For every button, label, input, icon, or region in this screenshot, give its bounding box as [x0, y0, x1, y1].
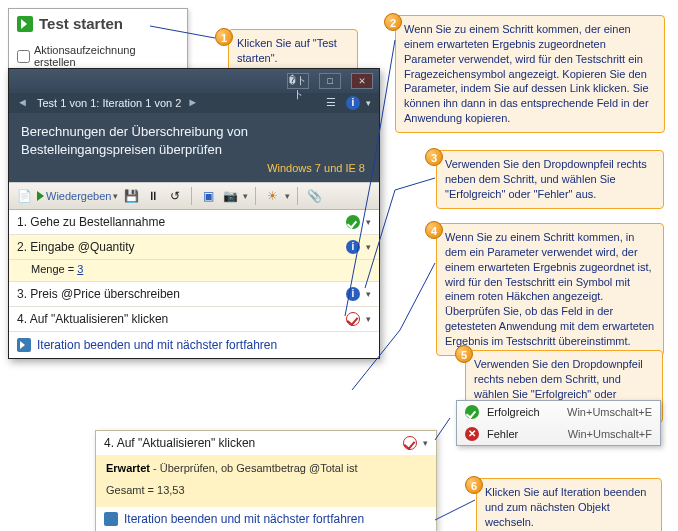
play-button[interactable]: Wiedergeben ▾ [37, 190, 118, 202]
expected-value-line: Gesamt = 13,53 [106, 483, 426, 499]
step-text: Auf "Aktualisieren" klicken [30, 312, 169, 326]
screenshot-icon[interactable]: ▣ [199, 187, 217, 205]
fail-label: Fehler [487, 428, 560, 440]
step-text: Gehe zu Bestellannahme [30, 215, 165, 229]
layers-icon[interactable]: ☰ [326, 96, 340, 110]
pass-label: Erfolgreich [487, 406, 559, 418]
step-detail-title: 4. Auf "Aktualisieren" klicken [104, 436, 255, 450]
start-test-label: Test starten [39, 15, 123, 32]
badge-3: 3 [425, 148, 443, 166]
step-dropdown[interactable]: ▾ [366, 217, 371, 227]
step-dropdown[interactable]: ▾ [366, 289, 371, 299]
badge-4: 4 [425, 221, 443, 239]
end-iteration-link[interactable]: Iteration beenden und mit nächster fortf… [96, 507, 436, 531]
play-icon [17, 16, 33, 32]
callout-4: Wenn Sie zu einem Schritt kommen, in dem… [436, 223, 664, 356]
expected-text: Überprüfen, ob Gesamtbetrag @Total ist [160, 462, 358, 474]
window-titlebar: �トト ☐ ✕ [9, 69, 379, 93]
start-test-button[interactable]: Test starten [17, 15, 179, 32]
pass-icon [465, 405, 479, 419]
step-row[interactable]: 4. Auf "Aktualisieren" klicken ▾ [9, 307, 379, 332]
environment-label: Windows 7 und IE 8 [9, 160, 379, 182]
step-text: Eingabe @Quantity [30, 240, 134, 254]
substep-label: Menge = [31, 263, 74, 275]
step-number: 1. [17, 215, 27, 229]
end-iteration-label: Iteration beenden und mit nächster fortf… [37, 338, 277, 352]
callout-1: Klicken Sie auf "Test starten". [228, 29, 358, 73]
menu-item-pass[interactable]: Erfolgreich Win+Umschalt+E [457, 401, 660, 423]
step-number: 2. [17, 240, 27, 254]
close-button[interactable]: ✕ [351, 73, 373, 89]
next-icon[interactable]: ► [187, 96, 201, 110]
camera-icon[interactable]: 📷 [221, 187, 239, 205]
step-row[interactable]: 1. Gehe zu Bestellannahme ▾ [9, 210, 379, 235]
badge-2: 2 [384, 13, 402, 31]
prev-icon[interactable]: ◄ [17, 96, 31, 110]
doc-icon[interactable]: 📄 [15, 187, 33, 205]
pause-icon[interactable]: ⏸ [144, 187, 162, 205]
menu-item-fail[interactable]: ✕ Fehler Win+Umschalt+F [457, 423, 660, 445]
next-iteration-icon [17, 338, 31, 352]
step-dropdown[interactable]: ▾ [366, 242, 371, 252]
chevron-down-icon: ▾ [113, 191, 118, 201]
end-iteration-label: Iteration beenden und mit nächster fortf… [124, 512, 364, 526]
attach-icon[interactable]: 📎 [305, 187, 323, 205]
step-dropdown[interactable]: ▾ [423, 438, 428, 448]
badge-1: 1 [215, 28, 233, 46]
play-label: Wiedergeben [46, 190, 111, 202]
expected-label: Erwartet [106, 462, 150, 474]
step-detail-popup: 4. Auf "Aktualisieren" klicken ▾ Erwarte… [95, 430, 437, 531]
step-substep: Menge = 3 [9, 260, 379, 282]
bug-dropdown[interactable]: ▾ [285, 191, 290, 201]
expected-result-icon [403, 436, 417, 450]
pass-icon [346, 215, 360, 229]
save-icon[interactable]: 💾 [122, 187, 140, 205]
callout-6: Klicken Sie auf Iteration beenden und zu… [476, 478, 662, 531]
info-icon: i [346, 287, 360, 301]
test-case-title: Berechnungen der Überschreibung von Best… [9, 113, 379, 160]
record-actions-checkbox[interactable] [17, 50, 30, 63]
badge-6: 6 [465, 476, 483, 494]
expected-result-body: Erwartet - Überprüfen, ob Gesamtbetrag @… [96, 455, 436, 507]
step-number: 4. [17, 312, 27, 326]
info-dropdown[interactable]: ▾ [366, 98, 371, 108]
fail-icon: ✕ [465, 427, 479, 441]
step-number: 3. [17, 287, 27, 301]
record-actions-label: Aktionsaufzeichnung erstellen [34, 44, 179, 68]
test-runner-window: �トト ☐ ✕ ◄ Test 1 von 1: Iteration 1 von … [8, 68, 380, 359]
info-icon: i [346, 240, 360, 254]
step-dropdown[interactable]: ▾ [366, 314, 371, 324]
outcome-menu: Erfolgreich Win+Umschalt+E ✕ Fehler Win+… [456, 400, 661, 446]
step-row[interactable]: 3. Preis @Price überschreiben i▾ [9, 282, 379, 307]
info-icon[interactable]: i [346, 96, 360, 110]
runner-toolbar: 📄 Wiedergeben ▾ 💾 ⏸ ↺ ▣ 📷 ▾ ☀ ▾ 📎 [9, 182, 379, 210]
parameter-link[interactable]: 3 [77, 263, 83, 275]
maximize-button[interactable]: ☐ [319, 73, 341, 89]
step-row[interactable]: 2. Eingabe @Quantity i▾ [9, 235, 379, 260]
badge-5: 5 [455, 345, 473, 363]
start-test-panel: Test starten Aktionsaufzeichnung erstell… [8, 8, 188, 77]
expected-result-icon [346, 312, 360, 326]
pass-shortcut: Win+Umschalt+E [567, 406, 652, 418]
camera-dropdown[interactable]: ▾ [243, 191, 248, 201]
reset-icon[interactable]: ↺ [166, 187, 184, 205]
fail-shortcut: Win+Umschalt+F [568, 428, 652, 440]
next-iteration-icon [104, 512, 118, 526]
step-text: Preis @Price überschreiben [30, 287, 180, 301]
steps-list: 1. Gehe zu Bestellannahme ▾ 2. Eingabe @… [9, 210, 379, 358]
end-iteration-link[interactable]: Iteration beenden und mit nächster fortf… [9, 332, 379, 358]
iteration-bar: ◄ Test 1 von 1: Iteration 1 von 2 ► ☰ i … [9, 93, 379, 113]
bug-icon[interactable]: ☀ [263, 187, 281, 205]
pin-button[interactable]: �トト [287, 73, 309, 89]
callout-2: Wenn Sie zu einem Schritt kommen, der ei… [395, 15, 665, 133]
iteration-label: Test 1 von 1: Iteration 1 von 2 [37, 97, 181, 109]
record-actions-checkbox-row[interactable]: Aktionsaufzeichnung erstellen [17, 44, 179, 68]
callout-3: Verwenden Sie den Dropdownpfeil rechts n… [436, 150, 664, 209]
